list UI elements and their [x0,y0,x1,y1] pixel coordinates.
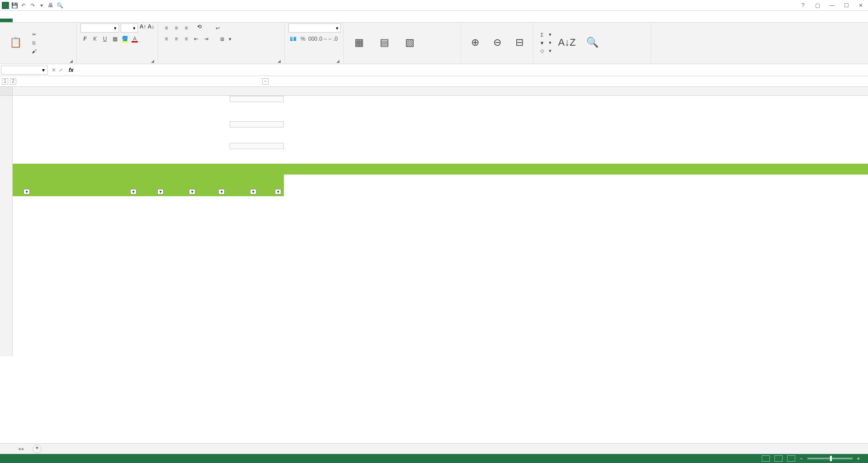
cut-button[interactable]: ✂ [29,31,41,38]
worksheet[interactable]: ▾ ▾ ▾ ▾ ▾ ▾ ▾ [13,96,868,356]
underline-icon[interactable]: U [100,34,109,43]
maximize-icon[interactable]: ☐ [841,2,852,9]
enter-formula-icon[interactable]: ✓ [59,67,63,73]
cell-styles-button[interactable]: ▧ [398,28,421,58]
border-icon[interactable]: ▦ [110,34,119,43]
align-mid-icon[interactable]: ≡ [172,24,181,33]
sort-filter-button[interactable]: A↓Z [555,28,579,58]
format-painter-button[interactable]: 🖌 [29,47,41,55]
dec-decimal-icon[interactable]: ←.0 [328,34,337,43]
format-cells-button[interactable]: ⊟ [509,28,529,58]
row-headers [0,96,13,356]
merge-center-button[interactable]: ⊞ ▾ [217,34,233,43]
minimize-icon[interactable]: — [826,2,837,9]
filter-who[interactable]: ▾ [157,189,164,194]
font-name-combo[interactable]: ▾ [80,24,119,33]
signin-link[interactable] [859,19,868,22]
normal-view-icon[interactable] [762,455,770,462]
filter-nr[interactable]: ▾ [24,189,30,194]
paste-button[interactable]: 📋 [4,28,27,58]
italic-icon[interactable]: K [90,34,99,43]
outline-level-1[interactable]: 1 [2,78,8,85]
indent-inc-icon[interactable]: ⇥ [202,34,211,43]
zoom-slider[interactable] [807,458,853,459]
cancel-formula-icon[interactable]: ✕ [52,67,56,73]
close-icon[interactable]: ✕ [855,2,866,9]
format-table-button[interactable]: ▤ [373,28,396,58]
autosum-button[interactable]: Σ ▾ [537,31,553,38]
fill-button[interactable]: ▼ ▾ [537,39,553,47]
filter-start[interactable]: ▾ [189,189,195,194]
filter-end[interactable]: ▾ [250,189,256,194]
ribbon-opts-icon[interactable]: ▢ [812,2,823,9]
zoom-out-icon[interactable]: − [800,456,802,461]
zoom-in-icon[interactable]: + [857,456,860,461]
undo-icon[interactable]: ↶ [20,2,27,9]
new-sheet-button[interactable]: + [33,444,42,454]
align-center-icon[interactable]: ≡ [172,34,181,43]
wrap-text-button[interactable]: ↩ [212,24,224,33]
number-format-combo[interactable]: ▾ [288,24,341,33]
tab-nav-last-icon[interactable]: ▸ [22,446,24,452]
ribbon: 📋 ✂ ⎘ 🖌 ◢ ▾ ▾ A↑ A↓ F K U ▦ 🪣 A [0,23,868,64]
column-headers [0,87,868,96]
print-icon[interactable]: 🖶 [47,2,54,9]
shrink-font-icon[interactable]: A↓ [148,24,154,33]
thousands-icon[interactable]: 000 [308,34,317,43]
percent-icon[interactable]: % [298,34,307,43]
copyright-bar [13,164,868,175]
inc-decimal-icon[interactable]: .0→ [318,34,327,43]
redo-icon[interactable]: ↷ [29,2,36,9]
fill-color-icon[interactable]: 🪣 [120,34,129,43]
tab-nav-first-icon[interactable]: ◂ [18,446,21,452]
formula-input[interactable] [76,69,868,71]
outline-level-2[interactable]: 2 [10,78,16,85]
outline-collapse[interactable]: − [262,78,269,85]
sheet-tabs: ◂▸ + [0,443,868,454]
name-box[interactable]: ▾ [1,66,48,75]
cond-format-button[interactable]: ▦ [347,28,371,58]
font-color-icon[interactable]: A [130,34,139,43]
clear-button[interactable]: ◇ ▾ [537,47,553,55]
gantt-grid [284,196,868,356]
help-icon[interactable]: ? [797,2,808,9]
align-bot-icon[interactable]: ≡ [182,24,191,33]
restore-formulas-button[interactable] [230,121,284,128]
indent-dec-icon[interactable]: ⇤ [192,34,201,43]
filter-status[interactable]: ▾ [275,189,281,194]
preview-icon[interactable]: 🔍 [56,2,63,9]
outline-controls: 1 2 − [0,76,868,87]
filter-dur[interactable]: ▾ [218,189,225,194]
copy-button[interactable]: ⎘ [29,39,41,47]
currency-icon[interactable]: 💶 [288,34,297,43]
status-bar: − + [0,454,868,463]
insert-cells-button[interactable]: ⊕ [465,28,485,58]
bold-icon[interactable]: F [80,34,90,43]
select-all[interactable] [0,87,13,95]
filter-task[interactable]: ▾ [130,189,137,194]
page-break-view-icon[interactable] [787,455,795,462]
quick-access-toolbar: X 💾 ↶ ↷ ▾ 🖶 🔍 [2,2,63,9]
new-icon[interactable]: ▾ [38,2,45,9]
delete-plan-button[interactable] [230,143,284,149]
find-select-button[interactable]: 🔍 [580,28,604,58]
delete-cells-button[interactable]: ⊖ [487,28,507,58]
orientation-icon[interactable]: ⟲ [197,24,202,33]
insert-row-button[interactable] [230,96,284,102]
formula-bar: ▾ ✕✓ fx [0,64,868,76]
title-bar: X 💾 ↶ ↷ ▾ 🖶 🔍 ? ▢ — ☐ ✕ [0,0,868,11]
fx-icon[interactable]: fx [66,67,76,73]
save-icon[interactable]: 💾 [11,2,18,9]
font-size-combo[interactable]: ▾ [121,24,138,33]
grow-font-icon[interactable]: A↑ [140,24,146,33]
align-top-icon[interactable]: ≡ [162,24,171,33]
table-header: ▾ ▾ ▾ ▾ ▾ ▾ ▾ [13,175,284,196]
excel-icon: X [2,2,9,9]
page-layout-view-icon[interactable] [774,455,783,462]
align-right-icon[interactable]: ≡ [182,34,191,43]
tab-file[interactable] [0,19,13,22]
align-left-icon[interactable]: ≡ [162,34,171,43]
ribbon-tabs [0,11,868,23]
